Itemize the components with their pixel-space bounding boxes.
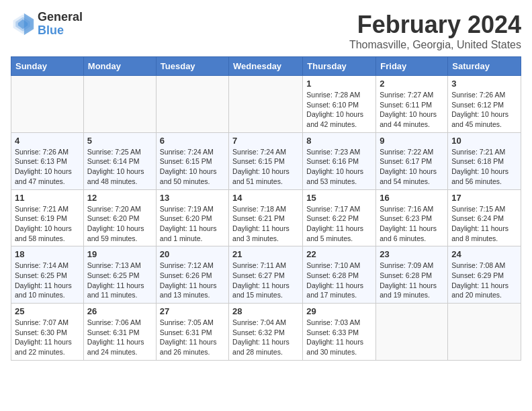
calendar-week-row: 1Sunrise: 7:28 AM Sunset: 6:10 PM Daylig… [11, 76, 521, 133]
calendar-week-row: 11Sunrise: 7:21 AM Sunset: 6:19 PM Dayli… [11, 189, 521, 246]
header-day-thursday: Thursday [303, 57, 376, 76]
day-info: Sunrise: 7:07 AM Sunset: 6:30 PM Dayligh… [15, 318, 80, 357]
logo-text: General Blue [38, 11, 83, 38]
calendar-cell: 14Sunrise: 7:18 AM Sunset: 6:21 PM Dayli… [229, 189, 303, 246]
day-info: Sunrise: 7:06 AM Sunset: 6:31 PM Dayligh… [87, 318, 152, 357]
calendar-cell: 18Sunrise: 7:14 AM Sunset: 6:25 PM Dayli… [11, 246, 84, 304]
day-number: 13 [160, 193, 225, 203]
calendar-cell: 16Sunrise: 7:16 AM Sunset: 6:23 PM Dayli… [376, 189, 448, 246]
day-number: 29 [306, 306, 372, 316]
day-number: 2 [380, 79, 444, 89]
calendar-cell: 2Sunrise: 7:27 AM Sunset: 6:11 PM Daylig… [376, 76, 448, 133]
day-number: 27 [160, 306, 225, 316]
day-info: Sunrise: 7:27 AM Sunset: 6:11 PM Dayligh… [380, 90, 444, 130]
calendar-cell: 7Sunrise: 7:24 AM Sunset: 6:15 PM Daylig… [229, 132, 303, 189]
calendar-cell: 26Sunrise: 7:06 AM Sunset: 6:31 PM Dayli… [83, 304, 156, 361]
day-info: Sunrise: 7:16 AM Sunset: 6:23 PM Dayligh… [380, 204, 444, 244]
calendar-cell: 6Sunrise: 7:24 AM Sunset: 6:15 PM Daylig… [156, 132, 228, 189]
day-info: Sunrise: 7:24 AM Sunset: 6:15 PM Dayligh… [232, 147, 299, 187]
calendar-cell [448, 304, 521, 361]
header-day-friday: Friday [376, 57, 448, 76]
logo: General Blue [11, 11, 83, 38]
calendar-cell: 1Sunrise: 7:28 AM Sunset: 6:10 PM Daylig… [303, 76, 376, 133]
calendar-cell: 21Sunrise: 7:11 AM Sunset: 6:27 PM Dayli… [229, 246, 303, 304]
day-number: 12 [87, 193, 152, 203]
day-info: Sunrise: 7:15 AM Sunset: 6:24 PM Dayligh… [451, 204, 517, 244]
day-info: Sunrise: 7:03 AM Sunset: 6:33 PM Dayligh… [306, 318, 372, 357]
calendar-cell: 27Sunrise: 7:05 AM Sunset: 6:31 PM Dayli… [156, 304, 228, 361]
day-number: 15 [306, 193, 372, 203]
day-info: Sunrise: 7:12 AM Sunset: 6:26 PM Dayligh… [160, 261, 225, 300]
calendar-cell: 9Sunrise: 7:22 AM Sunset: 6:17 PM Daylig… [376, 132, 448, 189]
day-info: Sunrise: 7:10 AM Sunset: 6:28 PM Dayligh… [306, 261, 372, 300]
day-number: 18 [15, 249, 80, 259]
calendar-cell: 11Sunrise: 7:21 AM Sunset: 6:19 PM Dayli… [11, 189, 84, 246]
day-info: Sunrise: 7:21 AM Sunset: 6:19 PM Dayligh… [15, 204, 80, 244]
calendar-cell [229, 76, 303, 133]
location-title: Thomasville, Georgia, United States [349, 39, 521, 51]
svg-marker-3 [24, 13, 34, 35]
calendar-week-row: 25Sunrise: 7:07 AM Sunset: 6:30 PM Dayli… [11, 304, 521, 361]
day-number: 19 [87, 249, 152, 259]
logo-blue: Blue [38, 24, 83, 38]
calendar-cell: 12Sunrise: 7:20 AM Sunset: 6:20 PM Dayli… [83, 189, 156, 246]
calendar-cell [11, 76, 84, 133]
calendar-cell: 10Sunrise: 7:21 AM Sunset: 6:18 PM Dayli… [448, 132, 521, 189]
calendar-week-row: 18Sunrise: 7:14 AM Sunset: 6:25 PM Dayli… [11, 246, 521, 304]
day-info: Sunrise: 7:26 AM Sunset: 6:12 PM Dayligh… [451, 90, 517, 130]
calendar-cell: 15Sunrise: 7:17 AM Sunset: 6:22 PM Dayli… [303, 189, 376, 246]
day-number: 6 [160, 136, 225, 146]
day-info: Sunrise: 7:05 AM Sunset: 6:31 PM Dayligh… [160, 318, 225, 357]
page-header: General Blue February 2024 Thomasville, … [11, 11, 521, 51]
day-number: 9 [380, 136, 444, 146]
day-number: 16 [380, 193, 444, 203]
day-info: Sunrise: 7:04 AM Sunset: 6:32 PM Dayligh… [232, 318, 299, 357]
title-area: February 2024 Thomasville, Georgia, Unit… [349, 11, 521, 51]
logo-general: General [38, 11, 83, 24]
calendar-cell: 24Sunrise: 7:08 AM Sunset: 6:29 PM Dayli… [448, 246, 521, 304]
day-number: 26 [87, 306, 152, 316]
day-info: Sunrise: 7:26 AM Sunset: 6:13 PM Dayligh… [15, 147, 80, 187]
day-info: Sunrise: 7:19 AM Sunset: 6:20 PM Dayligh… [160, 204, 225, 244]
day-info: Sunrise: 7:21 AM Sunset: 6:18 PM Dayligh… [451, 147, 517, 187]
day-number: 28 [232, 306, 299, 316]
calendar-cell: 13Sunrise: 7:19 AM Sunset: 6:20 PM Dayli… [156, 189, 228, 246]
calendar-cell: 20Sunrise: 7:12 AM Sunset: 6:26 PM Dayli… [156, 246, 228, 304]
calendar-cell: 23Sunrise: 7:09 AM Sunset: 6:28 PM Dayli… [376, 246, 448, 304]
calendar-cell [156, 76, 228, 133]
day-info: Sunrise: 7:23 AM Sunset: 6:16 PM Dayligh… [306, 147, 372, 187]
calendar-cell: 5Sunrise: 7:25 AM Sunset: 6:14 PM Daylig… [83, 132, 156, 189]
day-info: Sunrise: 7:13 AM Sunset: 6:25 PM Dayligh… [87, 261, 152, 300]
day-info: Sunrise: 7:28 AM Sunset: 6:10 PM Dayligh… [306, 90, 372, 130]
day-number: 10 [451, 136, 517, 146]
logo-icon [11, 12, 35, 36]
day-number: 3 [451, 79, 517, 89]
calendar-header-row: SundayMondayTuesdayWednesdayThursdayFrid… [11, 57, 521, 76]
day-number: 23 [380, 249, 444, 259]
calendar-cell: 28Sunrise: 7:04 AM Sunset: 6:32 PM Dayli… [229, 304, 303, 361]
calendar-cell: 4Sunrise: 7:26 AM Sunset: 6:13 PM Daylig… [11, 132, 84, 189]
calendar-cell: 29Sunrise: 7:03 AM Sunset: 6:33 PM Dayli… [303, 304, 376, 361]
day-info: Sunrise: 7:11 AM Sunset: 6:27 PM Dayligh… [232, 261, 299, 300]
day-info: Sunrise: 7:08 AM Sunset: 6:29 PM Dayligh… [451, 261, 517, 300]
day-number: 20 [160, 249, 225, 259]
day-info: Sunrise: 7:18 AM Sunset: 6:21 PM Dayligh… [232, 204, 299, 244]
month-title: February 2024 [349, 11, 521, 39]
day-number: 8 [306, 136, 372, 146]
day-number: 22 [306, 249, 372, 259]
day-number: 1 [306, 79, 372, 89]
day-info: Sunrise: 7:25 AM Sunset: 6:14 PM Dayligh… [87, 147, 152, 187]
header-day-saturday: Saturday [448, 57, 521, 76]
calendar-cell: 25Sunrise: 7:07 AM Sunset: 6:30 PM Dayli… [11, 304, 84, 361]
calendar-cell: 19Sunrise: 7:13 AM Sunset: 6:25 PM Dayli… [83, 246, 156, 304]
day-number: 25 [15, 306, 80, 316]
day-number: 17 [451, 193, 517, 203]
day-number: 7 [232, 136, 299, 146]
calendar-cell: 22Sunrise: 7:10 AM Sunset: 6:28 PM Dayli… [303, 246, 376, 304]
calendar-table: SundayMondayTuesdayWednesdayThursdayFrid… [11, 56, 521, 361]
day-number: 5 [87, 136, 152, 146]
day-number: 24 [451, 249, 517, 259]
header-day-wednesday: Wednesday [229, 57, 303, 76]
calendar-cell: 17Sunrise: 7:15 AM Sunset: 6:24 PM Dayli… [448, 189, 521, 246]
header-day-tuesday: Tuesday [156, 57, 228, 76]
